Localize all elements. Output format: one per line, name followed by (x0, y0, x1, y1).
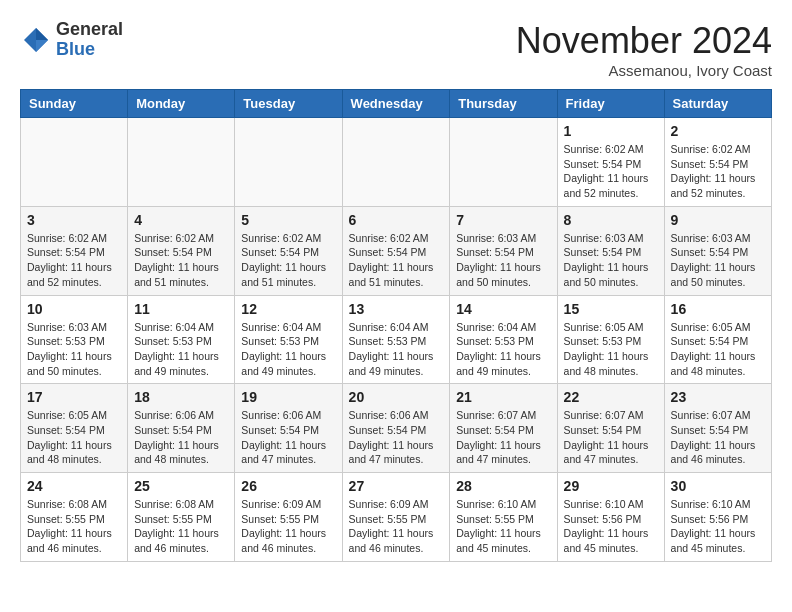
day-number: 30 (671, 478, 765, 494)
day-number: 4 (134, 212, 228, 228)
calendar-cell: 3Sunrise: 6:02 AM Sunset: 5:54 PM Daylig… (21, 206, 128, 295)
calendar-cell: 23Sunrise: 6:07 AM Sunset: 5:54 PM Dayli… (664, 384, 771, 473)
calendar-cell: 28Sunrise: 6:10 AM Sunset: 5:55 PM Dayli… (450, 473, 557, 562)
calendar-cell: 26Sunrise: 6:09 AM Sunset: 5:55 PM Dayli… (235, 473, 342, 562)
day-number: 16 (671, 301, 765, 317)
day-number: 9 (671, 212, 765, 228)
calendar-cell: 15Sunrise: 6:05 AM Sunset: 5:53 PM Dayli… (557, 295, 664, 384)
day-number: 12 (241, 301, 335, 317)
day-info: Sunrise: 6:10 AM Sunset: 5:56 PM Dayligh… (564, 497, 658, 556)
day-number: 20 (349, 389, 444, 405)
calendar-cell: 21Sunrise: 6:07 AM Sunset: 5:54 PM Dayli… (450, 384, 557, 473)
day-number: 23 (671, 389, 765, 405)
day-number: 17 (27, 389, 121, 405)
day-number: 27 (349, 478, 444, 494)
calendar-cell: 14Sunrise: 6:04 AM Sunset: 5:53 PM Dayli… (450, 295, 557, 384)
day-info: Sunrise: 6:03 AM Sunset: 5:54 PM Dayligh… (456, 231, 550, 290)
calendar-cell: 6Sunrise: 6:02 AM Sunset: 5:54 PM Daylig… (342, 206, 450, 295)
day-number: 6 (349, 212, 444, 228)
calendar-week-3: 10Sunrise: 6:03 AM Sunset: 5:53 PM Dayli… (21, 295, 772, 384)
day-info: Sunrise: 6:07 AM Sunset: 5:54 PM Dayligh… (564, 408, 658, 467)
day-number: 14 (456, 301, 550, 317)
calendar-cell: 11Sunrise: 6:04 AM Sunset: 5:53 PM Dayli… (128, 295, 235, 384)
day-info: Sunrise: 6:02 AM Sunset: 5:54 PM Dayligh… (241, 231, 335, 290)
calendar-cell: 5Sunrise: 6:02 AM Sunset: 5:54 PM Daylig… (235, 206, 342, 295)
day-info: Sunrise: 6:10 AM Sunset: 5:56 PM Dayligh… (671, 497, 765, 556)
logo: General Blue (20, 20, 123, 60)
title-block: November 2024 Assemanou, Ivory Coast (516, 20, 772, 79)
weekday-header-thursday: Thursday (450, 90, 557, 118)
day-number: 25 (134, 478, 228, 494)
calendar-cell: 8Sunrise: 6:03 AM Sunset: 5:54 PM Daylig… (557, 206, 664, 295)
calendar-cell: 1Sunrise: 6:02 AM Sunset: 5:54 PM Daylig… (557, 118, 664, 207)
calendar-cell: 30Sunrise: 6:10 AM Sunset: 5:56 PM Dayli… (664, 473, 771, 562)
month-title: November 2024 (516, 20, 772, 62)
weekday-header-monday: Monday (128, 90, 235, 118)
calendar-week-5: 24Sunrise: 6:08 AM Sunset: 5:55 PM Dayli… (21, 473, 772, 562)
calendar-cell: 2Sunrise: 6:02 AM Sunset: 5:54 PM Daylig… (664, 118, 771, 207)
day-info: Sunrise: 6:06 AM Sunset: 5:54 PM Dayligh… (349, 408, 444, 467)
calendar-week-4: 17Sunrise: 6:05 AM Sunset: 5:54 PM Dayli… (21, 384, 772, 473)
day-info: Sunrise: 6:06 AM Sunset: 5:54 PM Dayligh… (134, 408, 228, 467)
day-number: 10 (27, 301, 121, 317)
day-info: Sunrise: 6:06 AM Sunset: 5:54 PM Dayligh… (241, 408, 335, 467)
weekday-header-tuesday: Tuesday (235, 90, 342, 118)
day-number: 19 (241, 389, 335, 405)
calendar-cell (128, 118, 235, 207)
calendar-cell: 24Sunrise: 6:08 AM Sunset: 5:55 PM Dayli… (21, 473, 128, 562)
day-info: Sunrise: 6:09 AM Sunset: 5:55 PM Dayligh… (349, 497, 444, 556)
day-number: 29 (564, 478, 658, 494)
calendar-cell: 17Sunrise: 6:05 AM Sunset: 5:54 PM Dayli… (21, 384, 128, 473)
calendar-header: SundayMondayTuesdayWednesdayThursdayFrid… (21, 90, 772, 118)
day-info: Sunrise: 6:07 AM Sunset: 5:54 PM Dayligh… (456, 408, 550, 467)
calendar-week-2: 3Sunrise: 6:02 AM Sunset: 5:54 PM Daylig… (21, 206, 772, 295)
weekday-header-sunday: Sunday (21, 90, 128, 118)
calendar-cell: 13Sunrise: 6:04 AM Sunset: 5:53 PM Dayli… (342, 295, 450, 384)
calendar-cell: 4Sunrise: 6:02 AM Sunset: 5:54 PM Daylig… (128, 206, 235, 295)
day-info: Sunrise: 6:05 AM Sunset: 5:54 PM Dayligh… (27, 408, 121, 467)
day-info: Sunrise: 6:04 AM Sunset: 5:53 PM Dayligh… (349, 320, 444, 379)
weekday-header-friday: Friday (557, 90, 664, 118)
day-number: 15 (564, 301, 658, 317)
calendar-cell: 10Sunrise: 6:03 AM Sunset: 5:53 PM Dayli… (21, 295, 128, 384)
calendar-cell (342, 118, 450, 207)
day-info: Sunrise: 6:09 AM Sunset: 5:55 PM Dayligh… (241, 497, 335, 556)
day-number: 13 (349, 301, 444, 317)
day-info: Sunrise: 6:08 AM Sunset: 5:55 PM Dayligh… (27, 497, 121, 556)
day-info: Sunrise: 6:03 AM Sunset: 5:53 PM Dayligh… (27, 320, 121, 379)
day-number: 2 (671, 123, 765, 139)
calendar-cell: 20Sunrise: 6:06 AM Sunset: 5:54 PM Dayli… (342, 384, 450, 473)
logo-blue: Blue (56, 40, 123, 60)
logo-text: General Blue (56, 20, 123, 60)
calendar-cell: 16Sunrise: 6:05 AM Sunset: 5:54 PM Dayli… (664, 295, 771, 384)
day-number: 18 (134, 389, 228, 405)
calendar-cell: 7Sunrise: 6:03 AM Sunset: 5:54 PM Daylig… (450, 206, 557, 295)
weekday-header-wednesday: Wednesday (342, 90, 450, 118)
day-number: 24 (27, 478, 121, 494)
calendar-cell (235, 118, 342, 207)
day-number: 1 (564, 123, 658, 139)
calendar-cell: 19Sunrise: 6:06 AM Sunset: 5:54 PM Dayli… (235, 384, 342, 473)
day-info: Sunrise: 6:04 AM Sunset: 5:53 PM Dayligh… (456, 320, 550, 379)
day-info: Sunrise: 6:05 AM Sunset: 5:54 PM Dayligh… (671, 320, 765, 379)
calendar-body: 1Sunrise: 6:02 AM Sunset: 5:54 PM Daylig… (21, 118, 772, 562)
calendar-cell: 29Sunrise: 6:10 AM Sunset: 5:56 PM Dayli… (557, 473, 664, 562)
calendar-table: SundayMondayTuesdayWednesdayThursdayFrid… (20, 89, 772, 562)
day-info: Sunrise: 6:02 AM Sunset: 5:54 PM Dayligh… (564, 142, 658, 201)
logo-general: General (56, 20, 123, 40)
logo-icon (20, 24, 52, 56)
day-info: Sunrise: 6:02 AM Sunset: 5:54 PM Dayligh… (349, 231, 444, 290)
day-number: 7 (456, 212, 550, 228)
day-info: Sunrise: 6:10 AM Sunset: 5:55 PM Dayligh… (456, 497, 550, 556)
day-info: Sunrise: 6:04 AM Sunset: 5:53 PM Dayligh… (134, 320, 228, 379)
weekday-row: SundayMondayTuesdayWednesdayThursdayFrid… (21, 90, 772, 118)
day-number: 8 (564, 212, 658, 228)
day-number: 5 (241, 212, 335, 228)
svg-marker-1 (36, 28, 48, 40)
calendar-cell (450, 118, 557, 207)
day-info: Sunrise: 6:03 AM Sunset: 5:54 PM Dayligh… (564, 231, 658, 290)
page-header: General Blue November 2024 Assemanou, Iv… (20, 20, 772, 79)
calendar-cell: 18Sunrise: 6:06 AM Sunset: 5:54 PM Dayli… (128, 384, 235, 473)
day-info: Sunrise: 6:07 AM Sunset: 5:54 PM Dayligh… (671, 408, 765, 467)
calendar-cell: 25Sunrise: 6:08 AM Sunset: 5:55 PM Dayli… (128, 473, 235, 562)
